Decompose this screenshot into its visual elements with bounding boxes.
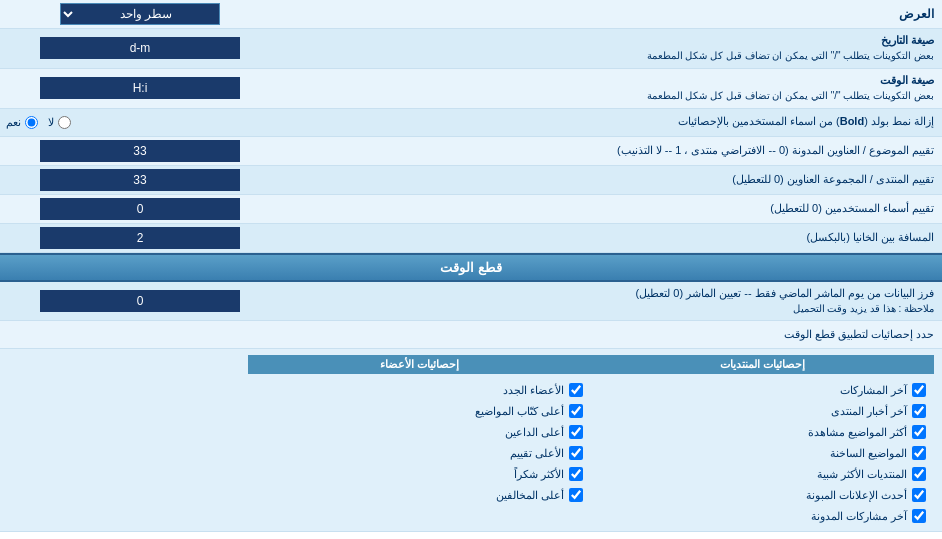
cutoff-filter-input-cell (0, 287, 280, 315)
forum-order-input-cell (0, 166, 280, 194)
cutoff-filter-label: فرز البيانات من يوم الماشر الماضي فقط --… (280, 282, 942, 321)
bold-radio-no-text: لا (48, 116, 54, 129)
bold-radio-yes[interactable] (25, 116, 38, 129)
users-order-input[interactable] (40, 198, 240, 220)
date-format-label: صيغة التاريخ بعض التكوينات يتطلب "/" الت… (280, 29, 942, 68)
cutoff-section-header: قطع الوقت (0, 253, 942, 282)
cb-hot-topics[interactable] (912, 446, 926, 460)
forum-order-title: تقييم المنتدى / المجموعة العناوين (0 للت… (732, 173, 934, 185)
cb-item-m3: أعلى الداعين (248, 423, 591, 441)
date-format-input-cell (0, 34, 280, 62)
cb-top-topic-writers[interactable] (569, 404, 583, 418)
cb-item-6: أحدث الإعلانات المبونة (591, 486, 934, 504)
cb-label-most-thanked: الأكثر شكراً (514, 468, 564, 481)
main-container: العرض سطر واحد سطرين ثلاثة أسطر صيغة الت… (0, 0, 942, 532)
cb-most-similar[interactable] (912, 467, 926, 481)
apply-cutoff-input-cell (0, 332, 280, 338)
cutoff-filter-row: فرز البيانات من يوم الماشر الماضي فقط --… (0, 282, 942, 322)
users-order-title: تقييم أسماء المستخدمين (0 للتعطيل) (770, 202, 934, 214)
cb-label-top-rated: الأعلى تقييم (510, 447, 564, 460)
cutoff-filter-title: فرز البيانات من يوم الماشر الماضي فقط --… (636, 287, 934, 299)
date-format-row: صيغة التاريخ بعض التكوينات يتطلب "/" الت… (0, 29, 942, 69)
cb-label-forum-news: آخر أخبار المنتدى (831, 405, 907, 418)
bold-remove-row: إزالة نمط بولد (Bold) من اسماء المستخدمي… (0, 109, 942, 137)
cb-label-top-inviters: أعلى الداعين (505, 426, 564, 439)
bold-radio-no-label: لا (48, 116, 71, 129)
forum-order-row: تقييم المنتدى / المجموعة العناوين (0 للت… (0, 166, 942, 195)
cb-item-m2: أعلى كتّاب المواضيع (248, 402, 591, 420)
date-format-title: صيغة التاريخ (881, 34, 934, 46)
space-between-input-cell (0, 224, 280, 252)
cb-most-viewed[interactable] (912, 425, 926, 439)
time-format-title: صيغة الوقت (880, 74, 934, 86)
cb-new-members[interactable] (569, 383, 583, 397)
member-stats-col: إحصائيات الأعضاء الأعضاء الجدد أعلى كتّا… (248, 355, 591, 525)
cb-item-7: آخر مشاركات المدونة (591, 507, 934, 525)
cb-item-m4: الأعلى تقييم (248, 444, 591, 462)
bold-remove-input-cell: نعم لا (0, 113, 280, 132)
bold-radio-yes-label: نعم (6, 116, 38, 129)
top-select-cell: سطر واحد سطرين ثلاثة أسطر (0, 0, 280, 28)
cb-blog-posts[interactable] (912, 509, 926, 523)
time-format-input[interactable] (40, 77, 240, 99)
cb-item-4: المواضيع الساخنة (591, 444, 934, 462)
forum-stats-col: إحصائيات المنتديات آخر المشاركات آخر أخب… (591, 355, 934, 525)
cutoff-filter-input[interactable] (40, 290, 240, 312)
space-between-input[interactable] (40, 227, 240, 249)
cb-label-top-topic-writers: أعلى كتّاب المواضيع (475, 405, 564, 418)
cb-item-5: المنتديات الأكثر شبية (591, 465, 934, 483)
cb-latest-posts[interactable] (912, 383, 926, 397)
topic-order-label: تقييم الموضوع / العناوين المدونة (0 -- ا… (280, 139, 942, 162)
forum-stats-header: إحصائيات المنتديات (591, 355, 934, 374)
cb-label-most-viewed: أكثر المواضيع مشاهدة (808, 426, 907, 439)
bold-radio-yes-text: نعم (6, 116, 21, 129)
display-select[interactable]: سطر واحد سطرين ثلاثة أسطر (60, 3, 220, 25)
cb-label-latest-announcements: أحدث الإعلانات المبونة (806, 489, 907, 502)
cb-item-m1: الأعضاء الجدد (248, 381, 591, 399)
space-between-row: المسافة بين الخانيا (بالبكسل) (0, 224, 942, 253)
apply-cutoff-label: حدد إحصائيات لتطبيق قطع الوقت (280, 323, 942, 346)
space-between-label: المسافة بين الخانيا (بالبكسل) (280, 226, 942, 249)
bold-remove-title: إزالة نمط بولد (Bold) من اسماء المستخدمي… (678, 115, 934, 127)
time-format-row: صيغة الوقت بعض التكوينات يتطلب "/" التي … (0, 69, 942, 109)
checkboxes-section: إحصائيات المنتديات آخر المشاركات آخر أخب… (0, 349, 942, 532)
member-stats-header: إحصائيات الأعضاء (248, 355, 591, 374)
cb-item-1: آخر المشاركات (591, 381, 934, 399)
cb-item-3: أكثر المواضيع مشاهدة (591, 423, 934, 441)
cb-top-violators[interactable] (569, 488, 583, 502)
cb-forum-news[interactable] (912, 404, 926, 418)
top-row: العرض سطر واحد سطرين ثلاثة أسطر (0, 0, 942, 29)
apply-cutoff-title: حدد إحصائيات لتطبيق قطع الوقت (784, 328, 934, 340)
topic-order-input[interactable] (40, 140, 240, 162)
date-format-input[interactable] (40, 37, 240, 59)
topic-order-title: تقييم الموضوع / العناوين المدونة (0 -- ا… (617, 144, 934, 156)
top-label: العرض (280, 3, 942, 25)
cb-latest-announcements[interactable] (912, 488, 926, 502)
users-order-label: تقييم أسماء المستخدمين (0 للتعطيل) (280, 197, 942, 220)
time-format-input-cell (0, 74, 280, 102)
cutoff-filter-note: ملاحظة : هذا قد يزيد وقت التحميل (793, 303, 934, 314)
cb-label-new-members: الأعضاء الجدد (503, 384, 564, 397)
cb-most-thanked[interactable] (569, 467, 583, 481)
bold-radio-group: نعم لا (6, 116, 274, 129)
cb-label-top-violators: أعلى المخالفين (496, 489, 564, 502)
forum-order-label: تقييم المنتدى / المجموعة العناوين (0 للت… (280, 168, 942, 191)
cb-top-rated[interactable] (569, 446, 583, 460)
users-order-input-cell (0, 195, 280, 223)
bold-radio-no[interactable] (58, 116, 71, 129)
cb-item-m5: الأكثر شكراً (248, 465, 591, 483)
apply-cutoff-row: حدد إحصائيات لتطبيق قطع الوقت (0, 321, 942, 349)
cb-item-m6: أعلى المخالفين (248, 486, 591, 504)
time-format-label: صيغة الوقت بعض التكوينات يتطلب "/" التي … (280, 69, 942, 108)
checkboxes-grid: إحصائيات المنتديات آخر المشاركات آخر أخب… (8, 355, 934, 525)
cb-label-hot-topics: المواضيع الساخنة (830, 447, 907, 460)
date-format-note: بعض التكوينات يتطلب "/" التي يمكن ان تضا… (647, 50, 934, 61)
topic-order-row: تقييم الموضوع / العناوين المدونة (0 -- ا… (0, 137, 942, 166)
time-format-note: بعض التكوينات يتطلب "/" التي يمكن ان تضا… (647, 90, 934, 101)
forum-order-input[interactable] (40, 169, 240, 191)
bold-remove-label: إزالة نمط بولد (Bold) من اسماء المستخدمي… (280, 110, 942, 133)
cb-top-inviters[interactable] (569, 425, 583, 439)
apply-col (8, 355, 248, 525)
cb-item-2: آخر أخبار المنتدى (591, 402, 934, 420)
cb-label-latest-posts: آخر المشاركات (840, 384, 907, 397)
